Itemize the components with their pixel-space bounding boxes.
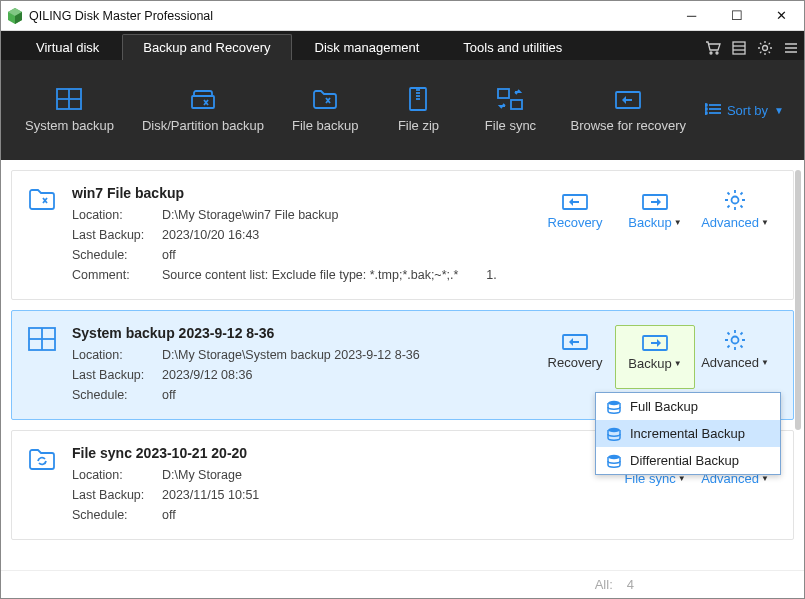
file-sync-button[interactable]: File sync bbox=[470, 87, 550, 134]
tab-disk-management[interactable]: Disk management bbox=[294, 34, 441, 60]
scrollbar[interactable] bbox=[794, 170, 802, 570]
chevron-down-icon: ▼ bbox=[674, 359, 682, 368]
file-sync-icon bbox=[496, 87, 524, 111]
backup-icon bbox=[642, 185, 668, 215]
svg-point-25 bbox=[705, 108, 707, 110]
minimize-button[interactable]: ─ bbox=[669, 1, 714, 30]
system-backup-button[interactable]: System backup bbox=[17, 87, 122, 134]
advanced-button[interactable]: Advanced▼ bbox=[695, 325, 775, 389]
recovery-icon bbox=[562, 185, 588, 215]
close-button[interactable]: ✕ bbox=[759, 1, 804, 30]
browse-recovery-button[interactable]: Browse for recovery bbox=[562, 87, 694, 134]
svg-rect-2 bbox=[733, 42, 745, 54]
backup-button[interactable]: Backup▼ bbox=[615, 185, 695, 249]
database-icon bbox=[606, 426, 622, 442]
location-label: Location: bbox=[72, 205, 162, 225]
svg-point-0 bbox=[710, 52, 712, 54]
location-value: D:\My Storage bbox=[162, 465, 242, 485]
recovery-button[interactable]: Recovery bbox=[535, 185, 615, 249]
folder-icon bbox=[28, 187, 56, 211]
chevron-down-icon: ▼ bbox=[761, 358, 769, 367]
app-logo-icon bbox=[7, 8, 23, 24]
location-value: D:\My Storage\System backup 2023-9-12 8-… bbox=[162, 345, 420, 365]
svg-point-26 bbox=[705, 112, 707, 114]
tab-backup-recovery[interactable]: Backup and Recovery bbox=[122, 34, 291, 60]
cart-icon[interactable] bbox=[701, 36, 725, 60]
gear-icon[interactable] bbox=[753, 36, 777, 60]
location-label: Location: bbox=[72, 465, 162, 485]
sort-by-button[interactable]: Sort by ▼ bbox=[705, 102, 784, 119]
maximize-button[interactable]: ☐ bbox=[714, 1, 759, 30]
differential-backup-item[interactable]: Differential Backup bbox=[596, 447, 780, 474]
footer-count: 4 bbox=[627, 577, 634, 592]
footer-all-label: All: bbox=[595, 577, 613, 592]
folder-sync-icon bbox=[28, 447, 56, 471]
last-backup-label: Last Backup: bbox=[72, 485, 162, 505]
schedule-label: Schedule: bbox=[72, 385, 162, 405]
last-backup-value: 2023/9/12 08:36 bbox=[162, 365, 252, 385]
task-title: System backup 2023-9-12 8-36 bbox=[72, 325, 535, 341]
file-backup-button[interactable]: File backup bbox=[284, 87, 366, 134]
advanced-button[interactable]: Advanced▼ bbox=[695, 185, 775, 249]
file-zip-button[interactable]: File zip bbox=[378, 87, 458, 134]
sort-icon bbox=[705, 102, 721, 119]
backup-dropdown: Full Backup Incremental Backup Different… bbox=[595, 392, 781, 475]
browse-recovery-icon bbox=[614, 87, 642, 111]
gear-icon bbox=[724, 185, 746, 215]
last-backup-label: Last Backup: bbox=[72, 365, 162, 385]
tab-tools-utilities[interactable]: Tools and utilities bbox=[442, 34, 583, 60]
svg-rect-18 bbox=[498, 89, 509, 98]
backup-icon bbox=[642, 326, 668, 356]
database-icon bbox=[606, 453, 622, 469]
tab-virtual-disk[interactable]: Virtual disk bbox=[15, 34, 120, 60]
last-backup-value: 2023/10/20 16:43 bbox=[162, 225, 259, 245]
list-icon[interactable] bbox=[727, 36, 751, 60]
system-icon bbox=[28, 327, 56, 351]
chevron-down-icon: ▼ bbox=[678, 474, 686, 483]
gear-icon bbox=[724, 325, 746, 355]
comment-label: Comment: bbox=[72, 265, 162, 285]
chevron-down-icon: ▼ bbox=[774, 105, 784, 116]
location-label: Location: bbox=[72, 345, 162, 365]
full-backup-item[interactable]: Full Backup bbox=[596, 393, 780, 420]
task-title: File sync 2023-10-21 20-20 bbox=[72, 445, 615, 461]
menubar: Virtual disk Backup and Recovery Disk ma… bbox=[1, 31, 804, 60]
menu-icon[interactable] bbox=[779, 36, 803, 60]
svg-point-1 bbox=[716, 52, 718, 54]
file-zip-icon bbox=[404, 87, 432, 111]
chevron-down-icon: ▼ bbox=[674, 218, 682, 227]
svg-point-24 bbox=[705, 104, 707, 106]
disk-partition-backup-button[interactable]: Disk/Partition backup bbox=[134, 87, 272, 134]
recovery-icon bbox=[562, 325, 588, 355]
svg-point-36 bbox=[608, 400, 620, 404]
svg-point-29 bbox=[732, 197, 739, 204]
incremental-backup-item[interactable]: Incremental Backup bbox=[596, 420, 780, 447]
schedule-label: Schedule: bbox=[72, 245, 162, 265]
status-bar: All: 4 bbox=[1, 570, 804, 598]
window-title: QILING Disk Master Professional bbox=[29, 9, 213, 23]
svg-point-37 bbox=[608, 427, 620, 431]
last-backup-label: Last Backup: bbox=[72, 225, 162, 245]
titlebar: QILING Disk Master Professional ─ ☐ ✕ bbox=[1, 1, 804, 31]
chevron-down-icon: ▼ bbox=[761, 474, 769, 483]
backup-button[interactable]: Backup▼ bbox=[615, 325, 695, 389]
schedule-value: off bbox=[162, 385, 176, 405]
toolbar: System backup Disk/Partition backup File… bbox=[1, 60, 804, 160]
comment-extra: 1. bbox=[486, 265, 496, 285]
comment-value: Source content list: Exclude file type: … bbox=[162, 265, 458, 285]
disk-partition-icon bbox=[189, 87, 217, 111]
svg-point-5 bbox=[763, 46, 768, 51]
schedule-value: off bbox=[162, 505, 176, 525]
recovery-button[interactable]: Recovery bbox=[535, 325, 615, 389]
chevron-down-icon: ▼ bbox=[761, 218, 769, 227]
system-backup-icon bbox=[55, 87, 83, 111]
task-card[interactable]: win7 File backup Location:D:\My Storage\… bbox=[11, 170, 794, 300]
svg-rect-19 bbox=[511, 100, 522, 109]
svg-point-38 bbox=[608, 454, 620, 458]
location-value: D:\My Storage\win7 File backup bbox=[162, 205, 338, 225]
svg-rect-12 bbox=[192, 96, 214, 108]
task-list: win7 File backup Location:D:\My Storage\… bbox=[1, 160, 804, 570]
schedule-label: Schedule: bbox=[72, 505, 162, 525]
file-backup-icon bbox=[311, 87, 339, 111]
task-title: win7 File backup bbox=[72, 185, 535, 201]
